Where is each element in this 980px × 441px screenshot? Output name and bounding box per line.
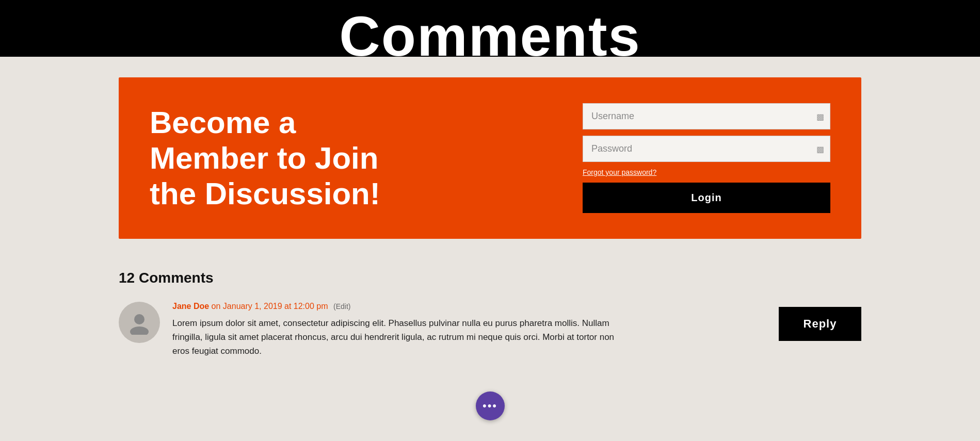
comment-edit-link[interactable]: (Edit) <box>333 302 350 311</box>
main-content: Become a Member to Join the Discussion! … <box>0 57 980 400</box>
username-input[interactable] <box>583 103 830 129</box>
dots-icon: ••• <box>483 399 497 413</box>
avatar <box>119 302 160 343</box>
comment-author: Jane Doe <box>172 302 209 311</box>
comment-text: Lorem ipsum dolor sit amet, consectetur … <box>172 316 616 358</box>
username-icon: ▩ <box>816 111 824 121</box>
floating-dots-button[interactable]: ••• <box>476 391 505 420</box>
comment-body: Jane Doe on January 1, 2019 at 12:00 pm … <box>172 302 861 358</box>
comment-item: Jane Doe on January 1, 2019 at 12:00 pm … <box>119 302 861 358</box>
join-card: Become a Member to Join the Discussion! … <box>119 77 861 239</box>
password-input[interactable] <box>583 136 830 162</box>
password-icon: ▩ <box>816 144 824 154</box>
avatar-icon <box>127 310 152 335</box>
comment-date: on January 1, 2019 at 12:00 pm <box>212 302 328 311</box>
login-button[interactable]: Login <box>583 183 830 213</box>
join-heading: Become a Member to Join the Discussion! <box>150 105 387 211</box>
username-wrapper: ▩ <box>583 103 830 129</box>
forgot-password-link[interactable]: Forgot your password? <box>583 168 830 176</box>
join-form: ▩ ▩ Forgot your password? Login <box>583 103 830 213</box>
page-title: Comments <box>339 8 640 57</box>
svg-point-1 <box>130 326 149 335</box>
password-wrapper: ▩ <box>583 136 830 162</box>
comments-count: 12 Comments <box>119 270 861 286</box>
comments-section: 12 Comments Jane Doe on January 1, 2019 … <box>119 270 861 379</box>
comment-meta: Jane Doe on January 1, 2019 at 12:00 pm … <box>172 302 861 311</box>
reply-button[interactable]: Reply <box>779 307 861 341</box>
header-bar: Comments <box>0 0 980 57</box>
svg-point-0 <box>134 314 144 324</box>
